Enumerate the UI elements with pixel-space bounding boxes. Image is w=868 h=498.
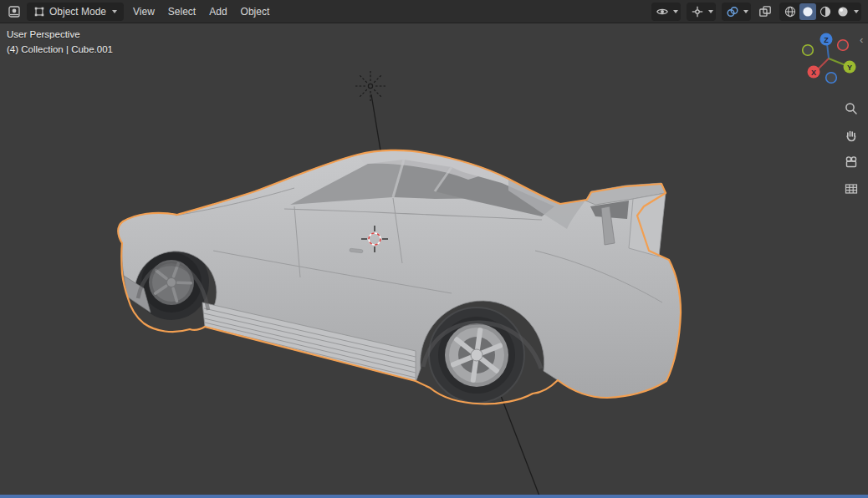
menu-object[interactable]: Object [234, 3, 277, 21]
xray-icon[interactable] [757, 3, 774, 20]
chevron-down-icon[interactable] [708, 10, 713, 13]
show-gizmo-group [687, 3, 716, 21]
axis-ball-x[interactable]: X [808, 66, 820, 79]
axis-ball-z[interactable]: Z [820, 33, 833, 46]
object-mode-icon [33, 6, 45, 18]
shading-material-icon[interactable] [817, 3, 834, 20]
menu-view[interactable]: View [126, 3, 161, 21]
header-right-controls [651, 3, 864, 21]
show-overlays-group [722, 3, 751, 21]
camera-view-icon[interactable] [841, 152, 861, 172]
chevron-down-icon[interactable] [673, 10, 678, 13]
shading-rendered-icon[interactable] [835, 3, 851, 20]
chevron-down-icon[interactable] [743, 10, 748, 13]
svg-text:Z: Z [824, 36, 829, 44]
object-visibility-group [651, 3, 681, 21]
active-object-breadcrumb: (4) Collection | Cube.001 [7, 44, 113, 54]
chevron-down-icon [112, 10, 117, 13]
viewport-editor-icon [8, 5, 21, 18]
menu-select[interactable]: Select [161, 3, 202, 21]
mode-selector[interactable]: Object Mode [27, 3, 124, 21]
visibility-eye-icon[interactable] [654, 3, 671, 20]
pan-hand-icon[interactable] [841, 125, 861, 145]
axis-ball-neg-z[interactable] [826, 73, 837, 84]
axis-ball-neg-y[interactable] [803, 45, 814, 56]
svg-text:Y: Y [847, 64, 852, 72]
toggle-ortho-grid-icon[interactable] [841, 179, 861, 199]
mode-label: Object Mode [49, 6, 106, 18]
chevron-down-icon[interactable] [854, 10, 859, 13]
axis-ball-y[interactable]: Y [844, 61, 856, 74]
overlays-icon[interactable] [724, 3, 741, 20]
viewport-side-tools [841, 99, 861, 199]
empty-object[interactable] [355, 71, 385, 101]
viewport-header: Object Mode View Select Add Object [0, 0, 868, 23]
axis-ball-neg-x[interactable] [838, 40, 849, 51]
sidebar-collapse-arrow[interactable]: ‹ [860, 34, 868, 45]
shading-wireframe-icon[interactable] [782, 3, 799, 20]
header-menus: View Select Add Object [126, 3, 276, 21]
shading-solid-icon[interactable] [799, 3, 816, 20]
viewport-3d: User Perspective (4) Collection | Cube.0… [0, 23, 868, 498]
editor-type-button[interactable] [4, 3, 24, 21]
svg-text:X: X [811, 69, 816, 77]
shading-mode-group [779, 3, 861, 21]
viewport-canvas[interactable] [0, 23, 868, 498]
zoom-icon[interactable] [841, 99, 861, 119]
menu-add[interactable]: Add [202, 3, 233, 21]
view-perspective-label: User Perspective [7, 29, 80, 39]
gizmo-icon[interactable] [689, 3, 706, 20]
navigation-gizmo[interactable]: Z Y X [799, 30, 858, 89]
area-divider[interactable] [0, 495, 868, 498]
